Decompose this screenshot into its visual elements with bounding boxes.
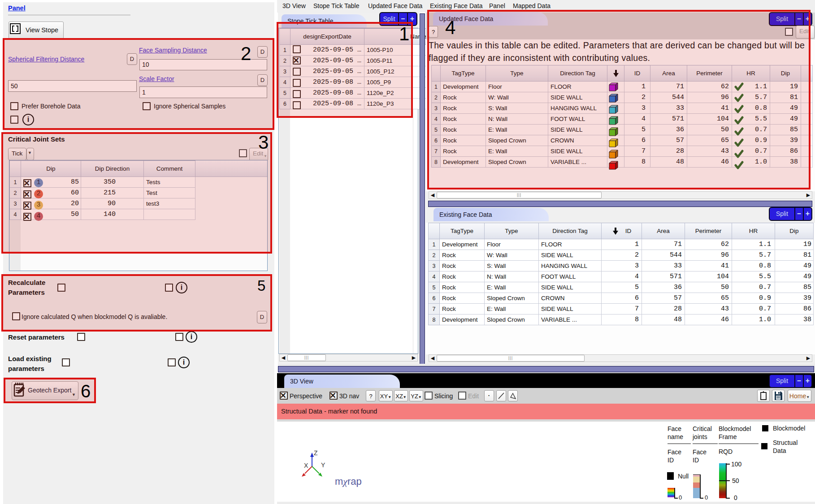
svg-text:Z: Z <box>314 449 318 457</box>
svg-text:Y: Y <box>321 461 325 469</box>
svg-text:X: X <box>304 462 308 469</box>
